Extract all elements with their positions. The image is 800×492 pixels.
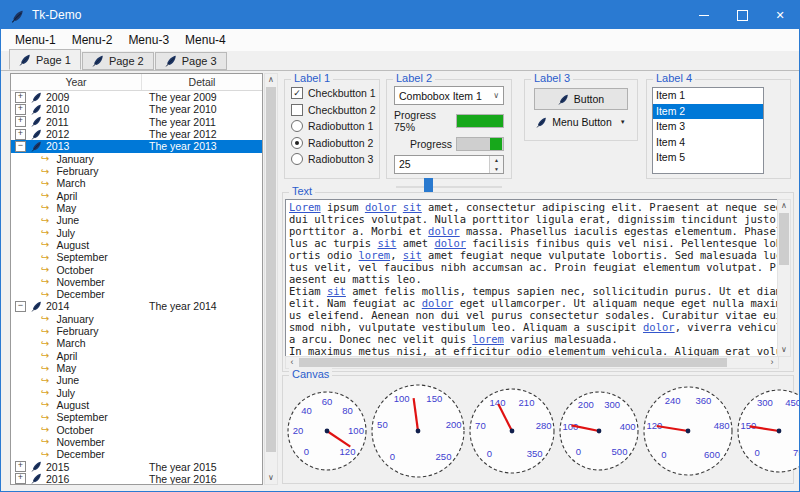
tree-row-2014-september[interactable]: ↪September bbox=[11, 411, 262, 423]
tree-row-2014-october[interactable]: ↪October bbox=[11, 423, 262, 435]
expander-icon[interactable]: + bbox=[15, 104, 26, 115]
text-link[interactable]: lorem bbox=[472, 333, 504, 345]
expander-icon[interactable]: + bbox=[15, 129, 26, 140]
tree-row-2014-may[interactable]: ↪May bbox=[11, 362, 262, 374]
tree-row-2011[interactable]: +2011The year 2011 bbox=[11, 116, 262, 128]
tree-row-2013-april[interactable]: ↪April bbox=[11, 190, 262, 202]
text-link[interactable]: dolor bbox=[365, 201, 397, 213]
tab-page-1[interactable]: Page 1 bbox=[9, 49, 81, 70]
radiobutton-radiobutton-3[interactable]: Radiobutton 3 bbox=[291, 153, 379, 165]
tree-scrollbar[interactable]: ∧ ∨ bbox=[264, 73, 278, 485]
listbox-item-item-5[interactable]: Item 5 bbox=[653, 150, 763, 166]
listbox-item-item-1[interactable]: Item 1 bbox=[653, 88, 763, 104]
tree-row-2013[interactable]: −2013The year 2013 bbox=[11, 140, 262, 152]
tree-row-2010[interactable]: +2010The year 2010 bbox=[11, 103, 262, 115]
radiobutton-radiobutton-1[interactable]: Radiobutton 1 bbox=[291, 120, 379, 132]
expander-icon[interactable]: − bbox=[15, 301, 26, 312]
radio-icon[interactable] bbox=[291, 153, 303, 165]
text-link[interactable]: lorem bbox=[359, 249, 391, 261]
tab-page-2[interactable]: Page 2 bbox=[82, 52, 154, 70]
tree-row-2016[interactable]: +2016The year 2016 bbox=[11, 473, 262, 485]
button[interactable]: Button bbox=[534, 88, 628, 110]
tree-row-2013-september[interactable]: ↪September bbox=[11, 251, 262, 263]
text-link[interactable]: dolor bbox=[428, 225, 460, 237]
tree-row-2014-january[interactable]: ↪January bbox=[11, 313, 262, 325]
tree-row-2014-june[interactable]: ↪June bbox=[11, 374, 262, 386]
scroll-left-icon[interactable]: ‹ bbox=[286, 357, 298, 368]
checkbox-icon[interactable]: ✓ bbox=[291, 87, 303, 99]
tree-row-2013-march[interactable]: ↪March bbox=[11, 177, 262, 189]
minimize-button[interactable] bbox=[685, 1, 723, 29]
tree-row-2013-january[interactable]: ↪January bbox=[11, 153, 262, 165]
spinbox[interactable]: 25 ▲ ▼ bbox=[394, 155, 504, 174]
tree-row-2013-july[interactable]: ↪July bbox=[11, 226, 262, 238]
chevron-down-icon[interactable]: ∨ bbox=[493, 91, 499, 100]
tree-row-2014-february[interactable]: ↪February bbox=[11, 325, 262, 337]
menu-item-menu-1[interactable]: Menu-1 bbox=[7, 31, 64, 49]
tree-row-2013-december[interactable]: ↪December bbox=[11, 288, 262, 300]
menu-button[interactable]: Menu Button ▼ bbox=[534, 116, 628, 128]
text-link[interactable]: Lorem bbox=[289, 201, 321, 213]
maximize-button[interactable] bbox=[723, 1, 761, 29]
tree-row-2013-august[interactable]: ↪August bbox=[11, 239, 262, 251]
text-link[interactable]: sit bbox=[403, 249, 422, 261]
text-hscrollbar-thumb[interactable] bbox=[299, 358, 727, 367]
checkbutton-checkbutton-1[interactable]: ✓Checkbutton 1 bbox=[291, 87, 379, 99]
expander-icon[interactable]: + bbox=[15, 116, 26, 127]
listbox-item-item-4[interactable]: Item 4 bbox=[653, 135, 763, 151]
checkbutton-checkbutton-2[interactable]: Checkbutton 2 bbox=[291, 104, 379, 116]
tree-row-2014-november[interactable]: ↪November bbox=[11, 436, 262, 448]
radio-icon[interactable] bbox=[291, 120, 303, 132]
menu-item-menu-3[interactable]: Menu-3 bbox=[120, 31, 177, 49]
scroll-up-icon[interactable]: ∧ bbox=[265, 74, 277, 86]
tree-row-2013-october[interactable]: ↪October bbox=[11, 263, 262, 275]
close-button[interactable]: ✕ bbox=[761, 1, 799, 29]
tab-page-3[interactable]: Page 3 bbox=[155, 52, 227, 70]
tree-row-2014[interactable]: −2014The year 2014 bbox=[11, 300, 262, 312]
tree-row-2014-december[interactable]: ↪December bbox=[11, 448, 262, 460]
text-link[interactable]: dolor bbox=[434, 237, 466, 249]
text-widget[interactable]: Lorem ipsum dolor sit amet, consectetur … bbox=[285, 199, 779, 357]
listbox-item-item-2[interactable]: Item 2 bbox=[653, 104, 763, 120]
combobox[interactable]: Combobox Item 1 ∨ bbox=[394, 86, 504, 105]
spin-down-icon[interactable]: ▼ bbox=[490, 165, 503, 174]
text-link[interactable]: sit bbox=[403, 201, 422, 213]
spin-up-icon[interactable]: ▲ bbox=[490, 156, 503, 165]
text-link[interactable]: sit bbox=[327, 285, 346, 297]
radio-icon[interactable] bbox=[291, 137, 303, 149]
radiobutton-radiobutton-2[interactable]: Radiobutton 2 bbox=[291, 137, 379, 149]
text-vscrollbar[interactable]: ∧ ∨ bbox=[777, 199, 791, 357]
tree-row-2014-july[interactable]: ↪July bbox=[11, 387, 262, 399]
tree-row-2013-may[interactable]: ↪May bbox=[11, 202, 262, 214]
text-link[interactable]: dolor bbox=[422, 297, 454, 309]
tree-row-2013-june[interactable]: ↪June bbox=[11, 214, 262, 226]
text-link[interactable]: dolor bbox=[643, 321, 675, 333]
expander-icon[interactable]: − bbox=[15, 141, 26, 152]
scroll-up-icon[interactable]: ∧ bbox=[778, 200, 790, 212]
tree-column-year[interactable]: Year bbox=[11, 74, 142, 90]
tree-row-2014-march[interactable]: ↪March bbox=[11, 337, 262, 349]
text-link[interactable]: sit bbox=[378, 237, 397, 249]
expander-icon[interactable]: + bbox=[15, 461, 26, 472]
tree-column-detail[interactable]: Detail bbox=[142, 74, 262, 90]
menu-item-menu-2[interactable]: Menu-2 bbox=[64, 31, 121, 49]
menu-item-menu-4[interactable]: Menu-4 bbox=[177, 31, 234, 49]
listbox-item-item-3[interactable]: Item 3 bbox=[653, 119, 763, 135]
scroll-down-icon[interactable]: ∨ bbox=[265, 472, 277, 484]
tree-scrollbar-thumb[interactable] bbox=[266, 87, 276, 452]
text-hscrollbar[interactable]: ‹ › bbox=[285, 356, 779, 369]
tree-row-2015[interactable]: +2015The year 2015 bbox=[11, 460, 262, 472]
checkbox-icon[interactable] bbox=[291, 104, 303, 116]
expander-icon[interactable]: + bbox=[15, 92, 26, 103]
listbox[interactable]: Item 1Item 2Item 3Item 4Item 5 bbox=[652, 87, 764, 174]
tree-row-2012[interactable]: +2012The year 2012 bbox=[11, 128, 262, 140]
tree-row-2013-november[interactable]: ↪November bbox=[11, 276, 262, 288]
text-vscrollbar-thumb[interactable] bbox=[779, 213, 789, 265]
scroll-down-icon[interactable]: ∨ bbox=[778, 344, 790, 356]
scroll-right-icon[interactable]: › bbox=[766, 357, 778, 368]
tree-row-2014-april[interactable]: ↪April bbox=[11, 350, 262, 362]
expander-icon[interactable]: + bbox=[15, 473, 26, 484]
tree-row-2009[interactable]: +2009The year 2009 bbox=[11, 91, 262, 103]
tree-row-2013-february[interactable]: ↪February bbox=[11, 165, 262, 177]
tree-row-2014-august[interactable]: ↪August bbox=[11, 399, 262, 411]
